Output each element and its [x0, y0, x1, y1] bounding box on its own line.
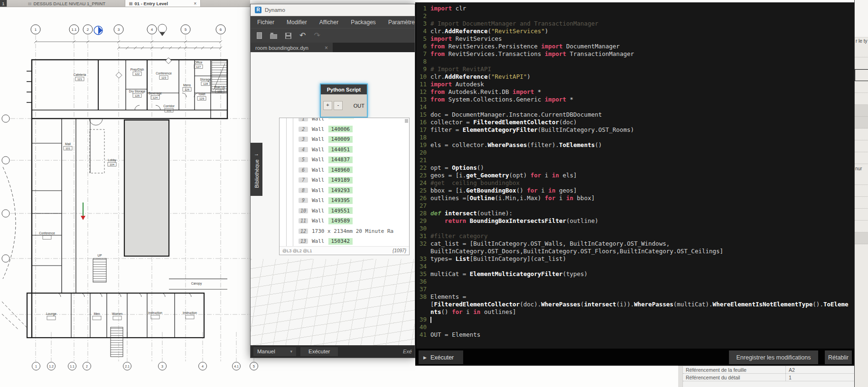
revit-properties-edge: r le ty nur [854, 0, 868, 387]
add-input-button[interactable]: + [323, 101, 332, 110]
redo-icon[interactable]: ↷ [314, 32, 320, 39]
svg-text:104: 104 [110, 163, 115, 166]
watch-row: 2Wall140006 [299, 124, 409, 135]
undo-icon[interactable]: ↶ [299, 32, 306, 39]
svg-text:Lounge: Lounge [46, 312, 56, 316]
watch-rows: 1Wall2Wall1400063Wall1400094Wall1440515W… [280, 118, 409, 246]
python-script-node[interactable]: Python Script + - OUT [320, 83, 368, 118]
svg-text:2: 2 [87, 28, 89, 32]
svg-text:Dry Storage: Dry Storage [129, 90, 146, 93]
svg-text:130: 130 [217, 90, 223, 93]
dynamo-window: R Dynamo FichierModifierAfficherPackages… [250, 4, 415, 358]
svg-text:5: 5 [253, 365, 255, 368]
svg-text:1.2: 1.2 [49, 365, 54, 368]
open-folder-icon[interactable] [270, 34, 277, 39]
svg-text:128: 128 [203, 83, 208, 85]
watch-row: 5Wall144837 [299, 155, 409, 165]
svg-text:Toilet: Toilet [198, 92, 205, 96]
svg-text:101: 101 [65, 147, 71, 150]
svg-text:5: 5 [185, 28, 187, 32]
run-mode-select[interactable]: Manuel ▾ [253, 347, 296, 356]
menu-packages[interactable]: Packages [351, 19, 376, 26]
clipped-text-fragment: r le ty [855, 37, 868, 46]
svg-text:3: 3 [161, 365, 163, 368]
dynamo-run-button[interactable]: Exécuter [300, 347, 338, 356]
scrollbar-thumb[interactable] [405, 119, 408, 123]
expand-arrow-icon: → [254, 151, 259, 157]
svg-text:125: 125 [135, 94, 140, 97]
svg-text:Cafeteria: Cafeteria [74, 73, 86, 76]
play-icon: ▶ [423, 355, 427, 360]
menu-afficher[interactable]: Afficher [319, 19, 338, 26]
svg-text:Instruction: Instruction [148, 311, 162, 314]
revert-button[interactable]: Rétablir [825, 350, 852, 364]
sheet-properties-panel: Référencement de la feuille A2 Référence… [678, 366, 868, 387]
close-view-icon[interactable]: × [194, 1, 196, 6]
property-label: Référencement du détail [683, 374, 786, 381]
grid-bubbles-left [2, 115, 9, 262]
dynamo-canvas[interactable]: → Bibliothèque Python Script + - OUT 1Wa… [251, 52, 415, 345]
svg-text:127: 127 [196, 65, 201, 68]
svg-text:123: 123 [161, 76, 167, 79]
watch-node[interactable]: 1Wall2Wall1400063Wall1400094Wall1440515W… [279, 118, 410, 255]
view-tab-dessus-dalle[interactable]: ▤ DESSUS DALLE NIVEAU 1_PRINT [24, 0, 125, 7]
svg-text:UP: UP [97, 254, 102, 257]
svg-text:122: 122 [135, 73, 140, 75]
svg-text:Mail: Mail [65, 142, 71, 146]
watch-row: 7Wall149189 [299, 175, 409, 185]
spot-marker-red [81, 216, 85, 220]
svg-text:3: 3 [118, 28, 120, 32]
svg-text:4: 4 [151, 28, 153, 32]
dynamo-toolbar: ↶ ↷ [251, 28, 415, 43]
chevron-down-icon: ▾ [290, 349, 292, 354]
property-label: Référencement de la feuille [683, 366, 786, 373]
view-tab-bar: 1 ▤ DESSUS DALLE NIVEAU 1_PRINT ▤ 01 - E… [0, 0, 250, 7]
list-levels[interactable]: @L3 @L2 @L1 [282, 249, 312, 253]
view-tab-entry-level[interactable]: ▤ 01 - Entry Level × [125, 0, 201, 7]
view-tab-partial[interactable]: 1 [0, 0, 7, 7]
library-panel-tab[interactable]: → Bibliothèque [251, 143, 262, 196]
dynamo-logo-icon: R [255, 7, 261, 13]
python-editor-panel: 1import clr23# Import DocumentManager an… [415, 2, 854, 366]
code-editor[interactable]: 1import clr23# Import DocumentManager an… [416, 2, 854, 349]
menu-paramètres[interactable]: Paramètres [388, 19, 415, 26]
new-file-icon[interactable] [257, 32, 262, 39]
watch-row: 11Wall149589 [299, 216, 409, 226]
run-status-text: Exé [403, 349, 412, 354]
svg-text:Mens: Mens [183, 83, 191, 87]
node-title[interactable]: Python Script [321, 84, 367, 94]
svg-text:Conference: Conference [39, 231, 55, 235]
svg-text:1.1: 1.1 [70, 365, 75, 368]
building-walls [27, 60, 227, 338]
dynamo-title-bar[interactable]: R Dynamo [251, 4, 415, 16]
svg-text:2: 2 [86, 365, 88, 368]
property-value[interactable]: A2 [786, 367, 795, 373]
save-changes-button[interactable]: Enregistrer les modifications [729, 350, 818, 364]
dynamo-run-bar: Manuel ▾ Exécuter Exé [251, 345, 415, 358]
menu-fichier[interactable]: Fichier [257, 19, 274, 26]
grid-bubbles-top: 11.123456 [31, 25, 225, 34]
svg-text:6: 6 [220, 28, 222, 32]
svg-text:Corridor: Corridor [163, 104, 175, 108]
property-row: Référencement de la feuille A2 [683, 366, 868, 374]
svg-text:Beverage: Beverage [149, 92, 162, 95]
svg-text:Office: Office [195, 61, 203, 64]
plan-boundary [2, 167, 27, 330]
remove-input-button[interactable]: - [334, 101, 343, 110]
editor-run-button[interactable]: ▶ Exécuter [419, 350, 463, 364]
menu-modifier[interactable]: Modifier [287, 19, 307, 26]
close-doc-icon[interactable]: × [325, 45, 328, 51]
svg-text:1: 1 [35, 28, 37, 32]
watch-row: 13Wall150342 [299, 236, 409, 246]
save-icon[interactable] [285, 33, 291, 39]
svg-text:Prep/Dish: Prep/Dish [131, 68, 144, 72]
svg-text:4: 4 [202, 365, 204, 368]
out-port[interactable]: OUT [354, 103, 364, 109]
parameter-rows [855, 46, 868, 164]
svg-text:Men: Men [94, 312, 100, 315]
screenshot-root: 11.123456 11.21.122.1344.15 Cafeteria121… [0, 0, 868, 387]
property-value[interactable]: 1 [786, 375, 792, 380]
doc-tab-room-boundingbox[interactable]: room boundingbox.dyn × [251, 43, 333, 53]
svg-text:126: 126 [185, 88, 190, 91]
svg-text:124: 124 [153, 96, 158, 99]
